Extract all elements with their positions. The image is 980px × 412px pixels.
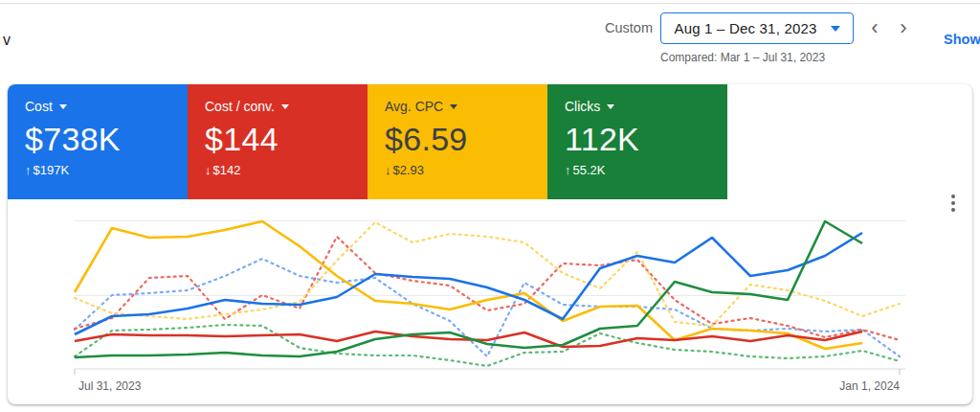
x-axis-start-label: Jul 31, 2023 (78, 379, 141, 393)
series-previous-cost (75, 259, 900, 356)
series-previous-clicks (75, 325, 900, 366)
series-current-avg-cpc (75, 221, 862, 349)
x-axis-end-label: Jan 1, 2024 (819, 379, 900, 393)
time-series-chart (0, 0, 980, 412)
series-previous-avg-cpc (75, 222, 900, 326)
